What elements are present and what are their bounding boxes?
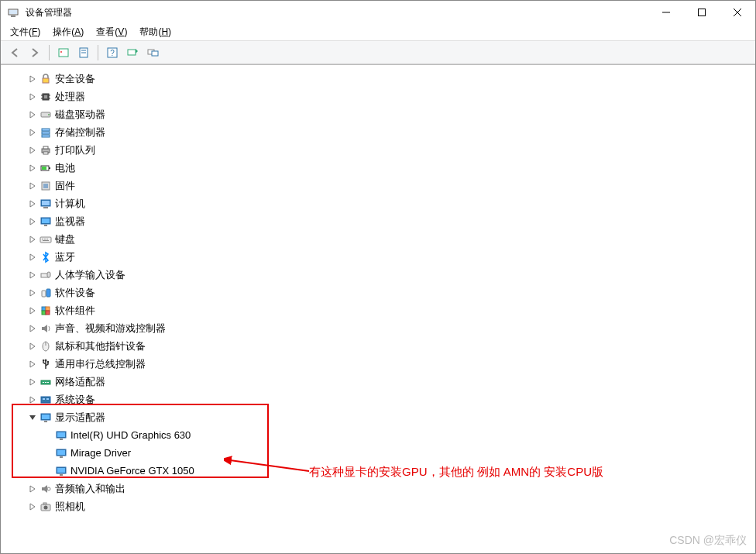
svg-rect-83 — [43, 503, 46, 504]
expand-closed-icon[interactable] — [27, 394, 38, 405]
tree-node[interactable]: 显示适配器 — [1, 408, 755, 426]
expand-closed-icon[interactable] — [27, 252, 38, 263]
device-tree[interactable]: 安全设备处理器磁盘驱动器存储控制器打印队列电池固件计算机监视器键盘蓝牙人体学输入… — [1, 65, 755, 553]
expand-closed-icon[interactable] — [27, 305, 38, 316]
svg-rect-64 — [47, 382, 49, 383]
expand-closed-icon[interactable] — [27, 483, 38, 494]
tree-node[interactable]: 固件 — [1, 177, 755, 194]
tree-node[interactable]: 鼠标和其他指针设备 — [1, 337, 755, 355]
tree-node[interactable]: 软件组件 — [1, 301, 755, 319]
expand-closed-icon[interactable] — [27, 198, 38, 209]
expand-closed-icon[interactable] — [27, 359, 38, 370]
watermark: CSDN @宏乖仪 — [669, 534, 747, 548]
expand-closed-icon[interactable] — [27, 377, 38, 387]
content-area: 安全设备处理器磁盘驱动器存储控制器打印队列电池固件计算机监视器键盘蓝牙人体学输入… — [1, 64, 755, 553]
tree-node-label: 软件设备 — [55, 286, 95, 300]
tree-node-label: 蓝牙 — [55, 250, 75, 264]
tree-node[interactable]: 电池 — [1, 159, 755, 177]
tree-node-label: NVIDIA GeForce GTX 1050 — [70, 465, 194, 477]
tree-node[interactable]: 处理器 — [1, 88, 755, 105]
svg-rect-42 — [44, 225, 47, 226]
svg-rect-41 — [42, 219, 50, 223]
tree-node-label: Intel(R) UHD Graphics 630 — [70, 429, 191, 441]
tree-node[interactable]: 磁盘驱动器 — [1, 105, 755, 123]
tree-node[interactable]: 通用串行总线控制器 — [1, 355, 755, 373]
expand-closed-icon[interactable] — [27, 287, 38, 298]
menu-action[interactable]: 操作(A) — [46, 24, 90, 40]
tree-node[interactable]: 软件设备 — [1, 284, 755, 301]
scan-button[interactable] — [123, 43, 142, 62]
tree-node[interactable]: 音频输入和输出 — [1, 480, 755, 497]
properties-button[interactable] — [74, 43, 93, 62]
expand-closed-icon[interactable] — [27, 216, 38, 227]
expand-closed-icon[interactable] — [27, 145, 38, 156]
svg-rect-51 — [46, 289, 50, 297]
svg-rect-16 — [152, 51, 158, 56]
expand-closed-icon[interactable] — [27, 341, 38, 352]
tree-node[interactable]: Intel(R) UHD Graphics 630 — [1, 426, 755, 444]
svg-rect-19 — [44, 95, 47, 98]
app-icon — [7, 6, 19, 19]
battery-icon — [40, 162, 52, 174]
tree-node-label: 网络适配器 — [55, 375, 105, 389]
tree-node[interactable]: 监视器 — [1, 212, 755, 230]
expand-closed-icon[interactable] — [27, 163, 38, 174]
tree-node-label: 通用串行总线控制器 — [55, 357, 146, 371]
tree-node[interactable]: 照相机 — [1, 497, 755, 515]
expand-closed-icon[interactable] — [27, 181, 38, 191]
svg-rect-4 — [699, 9, 706, 16]
svg-point-25 — [48, 114, 50, 115]
expand-closed-icon[interactable] — [27, 91, 38, 102]
tree-node[interactable]: 存储控制器 — [1, 123, 755, 141]
separator — [49, 45, 50, 60]
tree-node-label: 磁盘驱动器 — [55, 108, 105, 122]
expand-closed-icon[interactable] — [27, 234, 38, 245]
menu-view[interactable]: 查看(V) — [90, 24, 133, 40]
svg-rect-66 — [43, 398, 45, 400]
close-button[interactable] — [720, 1, 755, 24]
expand-closed-icon[interactable] — [27, 501, 38, 512]
display-icon — [55, 429, 67, 442]
tree-node[interactable]: Mirage Driver — [1, 444, 755, 462]
tree-node-label: 鼠标和其他指针设备 — [55, 339, 146, 353]
forward-button[interactable] — [26, 43, 44, 62]
tree-node[interactable]: 计算机 — [1, 194, 755, 212]
expand-closed-icon[interactable] — [27, 323, 38, 334]
menu-help[interactable]: 帮助(H) — [133, 24, 177, 40]
tree-node[interactable]: 声音、视频和游戏控制器 — [1, 319, 755, 337]
show-hidden-button[interactable] — [54, 43, 73, 62]
expand-closed-icon[interactable] — [27, 109, 38, 120]
svg-rect-2 — [9, 10, 17, 14]
help-button[interactable]: ? — [103, 43, 122, 62]
minimize-button[interactable] — [648, 1, 684, 24]
display-icon — [55, 447, 67, 459]
tree-node[interactable]: 键盘 — [1, 230, 755, 248]
tree-node[interactable]: 蓝牙 — [1, 248, 755, 266]
devices-button[interactable] — [143, 43, 162, 62]
mouse-icon — [40, 340, 52, 353]
tree-node-label: 显示适配器 — [55, 411, 105, 425]
toolbar: ? — [1, 41, 755, 64]
tree-node[interactable]: 系统设备 — [1, 391, 755, 408]
svg-rect-52 — [42, 307, 46, 311]
expand-open-icon[interactable] — [27, 412, 38, 423]
keyboard-icon — [40, 233, 52, 246]
svg-rect-59 — [43, 360, 44, 361]
svg-rect-73 — [60, 439, 63, 440]
menu-file[interactable]: 文件(F) — [4, 24, 46, 40]
expand-closed-icon[interactable] — [27, 74, 38, 84]
printer-icon — [40, 144, 52, 157]
svg-rect-39 — [43, 207, 48, 208]
svg-rect-67 — [46, 398, 49, 400]
tree-node[interactable]: 打印队列 — [1, 141, 755, 159]
tree-node[interactable]: 人体学输入设备 — [1, 266, 755, 284]
expand-closed-icon[interactable] — [27, 127, 38, 138]
maximize-button[interactable] — [684, 1, 720, 24]
tree-node[interactable]: 网络适配器 — [1, 373, 755, 391]
expand-closed-icon[interactable] — [27, 270, 38, 280]
tree-node[interactable]: 安全设备 — [1, 70, 755, 88]
computer-icon — [40, 198, 52, 210]
svg-rect-44 — [42, 239, 43, 239]
svg-rect-43 — [40, 237, 51, 243]
back-button[interactable] — [5, 43, 24, 62]
